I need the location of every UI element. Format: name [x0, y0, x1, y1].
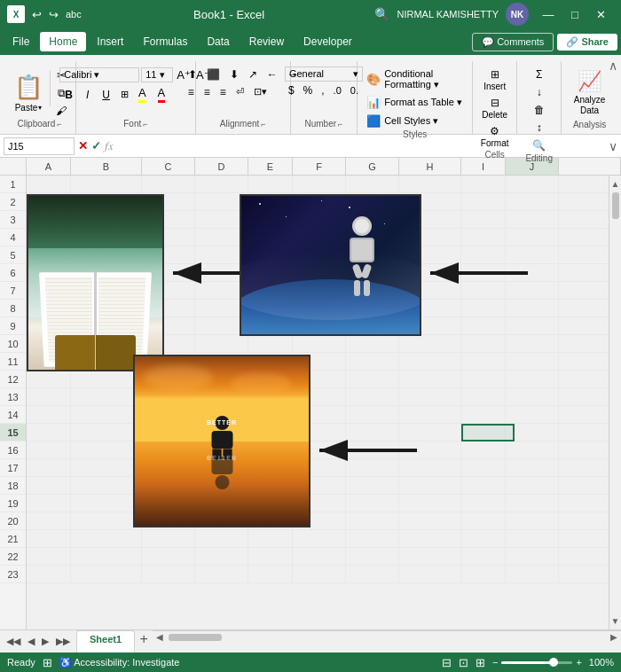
- fill-btn[interactable]: ↓: [533, 84, 546, 100]
- delete-cells-btn[interactable]: ⊟Delete: [478, 95, 511, 121]
- find-btn[interactable]: 🔍: [529, 137, 549, 153]
- indent-decrease-btn[interactable]: ←: [263, 66, 281, 82]
- accessibility-btn[interactable]: ♿ Accessibility: Investigate: [59, 657, 180, 668]
- cell-A17[interactable]: [27, 459, 71, 476]
- font-size-selector[interactable]: 11 ▾: [141, 67, 173, 82]
- col-header-E[interactable]: E: [248, 158, 293, 175]
- zoom-level[interactable]: 100%: [589, 657, 614, 668]
- cell-G20[interactable]: [346, 512, 399, 529]
- cell-I11[interactable]: [461, 353, 506, 370]
- normal-view-btn[interactable]: ⊟: [442, 656, 452, 669]
- cell-J8[interactable]: [506, 300, 559, 316]
- row-header-9[interactable]: 9: [0, 317, 26, 335]
- align-middle-btn[interactable]: ⬛: [203, 66, 224, 82]
- percent-btn[interactable]: %: [300, 83, 317, 98]
- cell-I23[interactable]: [461, 566, 506, 582]
- cell-H20[interactable]: [399, 512, 461, 529]
- cell-B20[interactable]: [71, 512, 142, 529]
- cell-I3[interactable]: [461, 211, 506, 228]
- comma-btn[interactable]: ,: [318, 83, 327, 98]
- underline-btn[interactable]: U: [97, 87, 115, 103]
- sort-btn[interactable]: ↕: [533, 120, 546, 136]
- cell-A14[interactable]: [27, 406, 71, 423]
- font-expand[interactable]: ⌐: [143, 120, 147, 129]
- font-color-btn[interactable]: A: [153, 85, 170, 104]
- formula-bar-expand-btn[interactable]: ∨: [609, 139, 617, 153]
- cell-J18[interactable]: [506, 477, 559, 494]
- cell-A12[interactable]: [27, 371, 71, 387]
- row-header-4[interactable]: 4: [0, 229, 26, 246]
- align-top-btn[interactable]: ⬆: [185, 66, 200, 82]
- cell-F22[interactable]: [293, 548, 346, 565]
- cell-I19[interactable]: [461, 495, 506, 512]
- row-header-7[interactable]: 7: [0, 282, 26, 300]
- row-header-18[interactable]: 18: [0, 477, 26, 495]
- align-center-btn[interactable]: ≡: [200, 84, 214, 100]
- col-header-D[interactable]: D: [195, 158, 248, 175]
- cell-I18[interactable]: [461, 477, 506, 494]
- sheet-nav-first[interactable]: ◀◀: [4, 634, 23, 649]
- row-header-1[interactable]: 1: [0, 176, 26, 193]
- zoom-track[interactable]: [501, 661, 572, 664]
- cell-H18[interactable]: [399, 477, 461, 494]
- cell-G18[interactable]: [346, 477, 399, 494]
- bold-btn[interactable]: B: [59, 87, 78, 103]
- autosum-btn[interactable]: Σ: [532, 66, 546, 82]
- col-header-B[interactable]: B: [71, 158, 142, 175]
- cell-A21[interactable]: [27, 530, 71, 547]
- cell-E10[interactable]: [248, 335, 293, 352]
- cell-H12[interactable]: [399, 371, 461, 387]
- cell-B14[interactable]: [71, 406, 142, 423]
- maximize-btn[interactable]: □: [562, 2, 587, 27]
- col-header-C[interactable]: C: [142, 158, 195, 175]
- row-header-19[interactable]: 19: [0, 495, 26, 512]
- cell-C1[interactable]: [142, 176, 195, 192]
- align-left-btn[interactable]: ≡: [185, 84, 198, 100]
- font-family-selector[interactable]: Calibri ▾: [59, 67, 139, 82]
- clipboard-expand[interactable]: ⌐: [57, 120, 61, 129]
- cell-H22[interactable]: [399, 548, 461, 565]
- zoom-thumb[interactable]: [549, 658, 558, 667]
- cell-B1[interactable]: [71, 176, 142, 192]
- cell-B23[interactable]: [71, 566, 142, 582]
- menu-home[interactable]: Home: [40, 32, 86, 51]
- sheet-nav-last[interactable]: ▶▶: [53, 634, 73, 649]
- cell-D10[interactable]: [195, 335, 248, 352]
- border-btn[interactable]: ⊞: [118, 88, 131, 101]
- cell-B15[interactable]: [71, 424, 142, 441]
- cell-I17[interactable]: [461, 459, 506, 476]
- cell-E23[interactable]: [248, 566, 293, 582]
- cell-H23[interactable]: [399, 566, 461, 582]
- row-header-13[interactable]: 13: [0, 388, 26, 406]
- row-header-15[interactable]: 15: [0, 424, 26, 441]
- cell-J3[interactable]: [506, 211, 559, 228]
- cell-B17[interactable]: [71, 459, 142, 476]
- row-header-5[interactable]: 5: [0, 246, 26, 264]
- cell-H10[interactable]: [399, 335, 461, 352]
- cell-J16[interactable]: [506, 441, 559, 458]
- cell-D21[interactable]: [195, 530, 248, 547]
- page-layout-view-btn[interactable]: ⊡: [459, 656, 468, 669]
- row-header-22[interactable]: 22: [0, 548, 26, 566]
- selected-cell-J15[interactable]: [461, 424, 515, 441]
- format-cells-btn[interactable]: ⚙Format: [477, 123, 513, 150]
- cell-I13[interactable]: [461, 388, 506, 405]
- row-header-21[interactable]: 21: [0, 530, 26, 548]
- cell-styles-btn[interactable]: 🟦 Cell Styles ▾: [363, 113, 442, 129]
- row-header-6[interactable]: 6: [0, 264, 26, 282]
- vertical-scrollbar[interactable]: ▲ ▼: [609, 176, 621, 629]
- cell-A18[interactable]: [27, 477, 71, 494]
- cell-B18[interactable]: [71, 477, 142, 494]
- zoom-in-btn[interactable]: +: [576, 657, 581, 668]
- cell-I20[interactable]: [461, 512, 506, 529]
- image-reflection[interactable]: BETTER: [133, 355, 310, 527]
- number-expand[interactable]: ⌐: [338, 120, 342, 129]
- currency-btn[interactable]: $: [285, 83, 298, 98]
- cell-G22[interactable]: [346, 548, 399, 565]
- number-format-selector[interactable]: General▾: [285, 66, 363, 82]
- autosave-btn[interactable]: abc: [64, 7, 83, 21]
- cell-A15[interactable]: [27, 424, 71, 441]
- cell-D1[interactable]: [195, 176, 248, 192]
- cell-J13[interactable]: [506, 388, 559, 405]
- cell-I12[interactable]: [461, 371, 506, 387]
